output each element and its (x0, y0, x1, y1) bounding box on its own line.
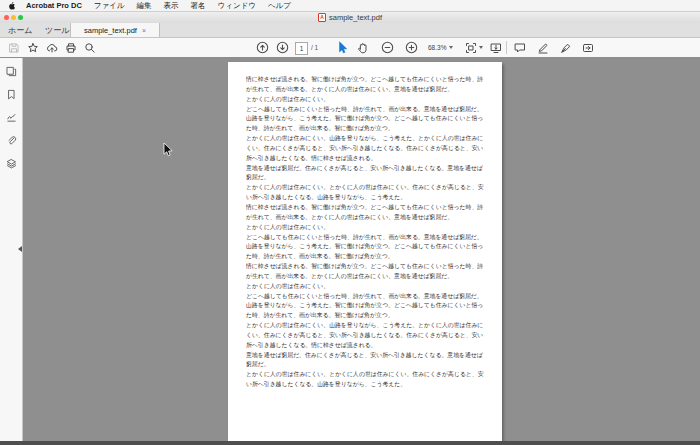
cloud-upload-icon (46, 42, 58, 54)
menu-view[interactable]: 表示 (164, 1, 179, 11)
text-line: が生れて、画が出来る。とかくに人の世は住みにくい。意地を通せば窮屈だ。 (246, 272, 486, 282)
text-line: 山路を登りながら、こう考えた。智に働けば角が立つ。どこへ越しても住みにくいと悟っ (246, 242, 486, 252)
text-line: が生れて、画が出来る。とかくに人の世は住みにくい。意地を通せば窮屈だ。 (246, 213, 486, 223)
signatures-icon (6, 112, 17, 123)
zoom-level-dropdown[interactable]: 68.3% (428, 42, 453, 53)
text-line: とかくに人の世は住みにくい。とかくに人の世は住みにくい。住みにくさが高じると、安 (246, 183, 486, 193)
print-icon (65, 42, 77, 54)
zoom-level-value: 68.3% (428, 44, 446, 51)
menu-app-name[interactable]: Acrobat Pro DC (26, 1, 82, 10)
text-line: た時、詩が生れて、画が出来る。智に働けば角が立つ。 (246, 311, 486, 321)
text-line: 意地を通せば窮屈だ。住みにくさが高じると、安い所へ引き越したくなる。意地を通せば (246, 351, 486, 361)
chevron-down-icon (449, 46, 453, 49)
fill-sign-button[interactable] (536, 41, 550, 54)
menu-edit[interactable]: 編集 (137, 1, 152, 11)
apple-menu[interactable] (8, 1, 17, 10)
menu-window[interactable]: ウィンドウ (218, 1, 256, 11)
fit-page-icon (465, 42, 477, 54)
tab-close-icon[interactable]: × (142, 27, 146, 34)
zoom-out-icon (381, 41, 394, 54)
text-line: 情に棹させば流される。智に働けば角が立つ。どこへ越しても住みにくいと悟った時、詩 (246, 75, 486, 85)
signatures-button[interactable] (4, 110, 18, 124)
page-number-input[interactable]: 1 (295, 42, 308, 55)
zoom-in-button[interactable] (404, 41, 418, 54)
window-bottom-edge (0, 441, 700, 445)
text-line: が生れて、画が出来る。とかくに人の世は住みにくい。意地を通せば窮屈だ。 (246, 85, 486, 95)
page-display-button[interactable] (489, 41, 503, 54)
text-line: い所へ引き越したくなる。山路を登りながら、こう考えた。 (246, 380, 486, 390)
next-page-button[interactable] (275, 41, 289, 54)
text-line: とかくに人の世は住みにくい。 (246, 282, 486, 292)
select-tool-button[interactable] (335, 41, 349, 54)
toolbar-divider (506, 41, 507, 54)
page-display-icon (490, 42, 502, 54)
tab-tools[interactable]: ツール (45, 23, 69, 37)
text-line: 情に棹させば流される。智に働けば角が立つ。どこへ越しても住みにくいと悟った時、詩 (246, 203, 486, 213)
previous-page-button[interactable] (255, 41, 269, 54)
menu-bar: Acrobat Pro DC ファイル 編集 表示 署名 ウィンドウ ヘルプ (0, 0, 700, 12)
print-button[interactable] (64, 41, 78, 54)
layers-icon (6, 158, 17, 169)
menu-help[interactable]: ヘルプ (268, 1, 291, 11)
fill-sign-icon (537, 42, 549, 54)
zoom-out-button[interactable] (380, 41, 394, 54)
text-line: 情に棹させば流される。智に働けば角が立つ。どこへ越しても住みにくいと悟った時、詩 (246, 262, 486, 272)
next-page-icon (276, 41, 289, 54)
attachments-icon (6, 135, 17, 146)
layers-button[interactable] (4, 156, 18, 170)
text-line: 窮屈だ。 (246, 173, 486, 183)
text-line: どこへ越しても住みにくいと悟った時、詩が生れて、画が出来る。意地を通せば窮屈だ。 (246, 233, 486, 243)
text-line: た時、詩が生れて、画が出来る。智に働けば角が立つ。 (246, 124, 486, 134)
acrobat-window: Acrobat Pro DC ファイル 編集 表示 署名 ウィンドウ ヘルプ A… (0, 0, 700, 445)
tab-document-label: sample_text.pdf (84, 26, 137, 35)
send-share-button[interactable] (581, 41, 595, 54)
text-line: 意地を通せば窮屈だ。住みにくさが高じると、安い所へ引き越したくなる。意地を通せば (246, 164, 486, 174)
comment-button[interactable] (513, 41, 527, 54)
text-line: とかくに人の世は住みにくい。山路を登りながら、こう考えた。とかくに人の世は住みに (246, 321, 486, 331)
tab-home[interactable]: ホーム (8, 23, 32, 37)
search-icon (84, 42, 96, 54)
search-button[interactable] (83, 41, 97, 54)
pdf-file-icon: A (318, 13, 326, 22)
tab-bar: ホーム ツール sample_text.pdf × (0, 23, 700, 38)
star-button[interactable] (26, 41, 40, 54)
panel-collapse-handle[interactable] (17, 244, 23, 254)
text-line: た時、詩が生れて、画が出来る。智に働けば角が立つ。 (246, 252, 486, 262)
window-title: A sample_text.pdf (0, 12, 700, 23)
text-line: い所へ引き越したくなる。山路を登りながら、こう考えた。 (246, 193, 486, 203)
zoom-in-icon (405, 41, 418, 54)
main-toolbar: 1 / 1 68.3% (0, 38, 700, 58)
text-line: くい。住みにくさが高じると、安い所へ引き越したくなる。住みにくさが高じると、安い (246, 144, 486, 154)
share-cloud-button[interactable] (45, 41, 59, 54)
text-line: とかくに人の世は住みにくい。 (246, 223, 486, 233)
apple-icon (8, 1, 16, 10)
mouse-cursor (163, 142, 174, 158)
save-button[interactable] (7, 41, 21, 54)
text-line: 窮屈だ。 (246, 360, 486, 370)
sign-pen-button[interactable] (559, 41, 573, 54)
select-tool-icon (336, 41, 348, 54)
pdf-page: 情に棹させば流される。智に働けば角が立つ。どこへ越しても住みにくいと悟った時、詩… (228, 62, 502, 442)
comment-icon (514, 42, 526, 54)
bookmarks-button[interactable] (4, 87, 18, 101)
text-line: 山路を登りながら、こう考えた。智に働けば角が立つ。どこへ越しても住みにくいと悟っ (246, 301, 486, 311)
previous-page-icon (256, 41, 269, 54)
text-line: とかくに人の世は住みにくい。 (246, 95, 486, 105)
text-line: どこへ越しても住みにくいと悟った時、詩が生れて、画が出来る。意地を通せば窮屈だ。 (246, 105, 486, 115)
text-line: くい。住みにくさが高じると、安い所へ引き越したくなる。住みにくさが高じると、安い (246, 331, 486, 341)
hand-tool-icon (357, 42, 369, 54)
share-icon (582, 42, 594, 54)
menu-file[interactable]: ファイル (94, 1, 125, 11)
attachments-button[interactable] (4, 133, 18, 147)
chevron-down-icon (479, 46, 483, 49)
sign-pen-icon (560, 42, 572, 54)
tab-document[interactable]: sample_text.pdf × (70, 23, 160, 37)
hand-tool-button[interactable] (356, 41, 370, 54)
text-line: 山路を登りながら、こう考えた。智に働けば角が立つ。どこへ越しても住みにくいと悟っ (246, 114, 486, 124)
fit-page-dropdown[interactable] (464, 41, 484, 54)
navigation-pane (0, 58, 23, 441)
menu-sign[interactable]: 署名 (191, 1, 206, 11)
page-thumbnails-button[interactable] (4, 64, 18, 78)
page-total-label: / 1 (311, 42, 318, 53)
bookmarks-icon (6, 89, 17, 100)
